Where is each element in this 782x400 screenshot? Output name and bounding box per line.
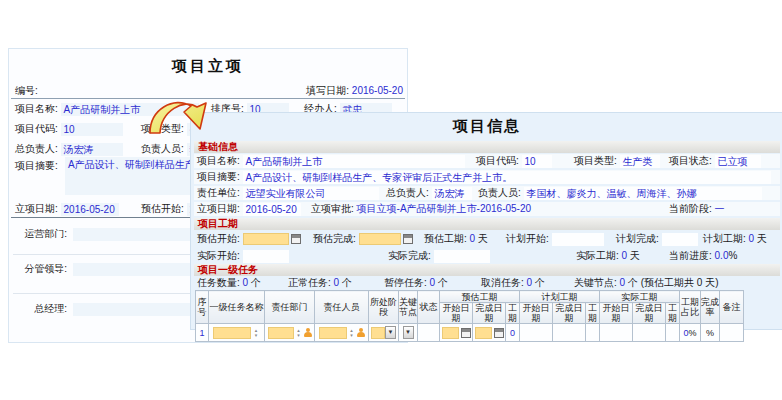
stat-count-num: 0	[243, 277, 249, 288]
stat-paused-num: 0	[430, 277, 436, 288]
table-row: 1 ▴▾ ▴▾ ▴▾ 0 0% %	[196, 324, 744, 342]
col-est-days: 工期	[506, 303, 520, 324]
col-act-start: 开始日期	[600, 303, 633, 324]
members-label: 负责人员:	[141, 143, 184, 154]
dropdown-icon[interactable]	[403, 326, 414, 339]
spinner-icon[interactable]: ▴▾	[348, 328, 356, 338]
person-picker-icon[interactable]	[357, 328, 365, 338]
info-type-field: 生产类	[620, 155, 660, 168]
chief-label: 总负责人:	[15, 143, 58, 154]
section-basic-info: 基础信息	[194, 141, 780, 153]
stat-paused-unit: 个	[438, 277, 448, 288]
approve-date-label: 立项日期:	[15, 203, 58, 214]
col-node: 关键节点	[399, 291, 418, 324]
stage-select[interactable]	[371, 327, 385, 339]
cell-plan-end	[553, 324, 586, 342]
screen: 项目立项 编号: 填写日期: 2016-05-20 项目名称: A产品研制并上市…	[0, 0, 782, 400]
task-table: 序号 一级任务名称 责任部门 责任人员 所处阶段 关键节点 状态 预估工期 计划…	[195, 290, 744, 342]
cell-act-start	[600, 324, 633, 342]
col-status: 状态	[418, 291, 440, 324]
cell-ratio: 0%	[680, 324, 701, 342]
col-est-end: 完成日期	[473, 303, 506, 324]
calendar-icon[interactable]	[403, 234, 413, 244]
stat-count-label: 任务数量:	[197, 277, 240, 288]
chief-field: 汤宏涛	[61, 143, 123, 156]
dur-plan-days-unit: 天	[757, 233, 767, 244]
info-chief-field: 汤宏涛	[432, 187, 472, 200]
col-group-est: 预估工期	[440, 291, 520, 303]
project-code-label: 项目代码:	[15, 123, 58, 134]
stat-keynodes-label: 关键节点:	[574, 277, 617, 288]
stat-keynodes-unit: 个 (预估工期共 0 天)	[628, 277, 719, 288]
info-members-label: 负责人员:	[478, 187, 521, 198]
stat-keynodes-num: 0	[620, 277, 626, 288]
col-dept: 责任部门	[265, 291, 315, 324]
info-status-field: 已立项	[715, 155, 761, 168]
dur-est-days-label: 预估工期:	[424, 233, 467, 244]
info-name-label: 项目名称:	[197, 155, 240, 166]
info-unit-label: 责任单位:	[197, 187, 240, 198]
info-unit-field: 远望实业有限公司	[243, 187, 379, 200]
dur-est-days-unit: 天	[478, 233, 488, 244]
dur-progress-unit: %	[728, 250, 737, 261]
cell-seq: 1	[196, 324, 209, 342]
col-person: 责任人员	[315, 291, 369, 324]
info-type-label: 项目类型:	[574, 155, 617, 166]
approve-date-field: 2016-05-20	[61, 203, 119, 216]
dropdown-icon[interactable]	[385, 326, 396, 339]
dur-plan-end-field	[662, 233, 698, 246]
cell-node	[399, 324, 418, 342]
est-end-date-input[interactable]	[475, 327, 492, 339]
col-seq: 序号	[196, 291, 209, 324]
cell-task-name: ▴▾	[209, 324, 265, 342]
col-group-plan: 计划工期	[520, 291, 600, 303]
dur-plan-start-field	[552, 233, 604, 246]
dur-act-start-label: 实际开始:	[197, 250, 240, 261]
stat-cancelled-label: 取消任务:	[481, 277, 524, 288]
left-window-title: 项目立项	[9, 57, 407, 76]
col-ratio: 工期占比	[680, 291, 701, 324]
dur-est-end-input[interactable]	[359, 233, 401, 245]
col-act-end: 完成日期	[633, 303, 666, 324]
info-approve-date-label: 立项日期:	[197, 203, 240, 214]
dur-act-start-field	[243, 250, 289, 263]
fill-date-label: 填写日期:	[306, 85, 349, 96]
col-note: 备注	[720, 291, 744, 324]
info-code-label: 项目代码:	[476, 155, 519, 166]
spinner-icon[interactable]: ▴▾	[252, 328, 260, 338]
vp-leader-label: 分管领导:	[24, 263, 67, 274]
calendar-icon[interactable]	[494, 328, 504, 338]
person-input[interactable]	[319, 327, 347, 339]
calendar-icon[interactable]	[291, 234, 301, 244]
dur-act-end-field	[434, 250, 490, 263]
right-window-title: 项目信息	[191, 117, 782, 136]
cell-plan-start	[520, 324, 553, 342]
info-approval-label: 立项审批:	[311, 203, 354, 214]
col-act-days: 工期	[666, 303, 680, 324]
flow-arrow-icon	[147, 94, 209, 136]
dept-picker-icon[interactable]	[304, 328, 312, 338]
stat-paused-label: 暂停任务:	[384, 277, 427, 288]
col-est-start: 开始日期	[440, 303, 473, 324]
est-start-date-input[interactable]	[442, 327, 459, 339]
dur-est-start-input[interactable]	[243, 233, 289, 245]
col-stage: 所处阶段	[369, 291, 399, 324]
cell-stage	[369, 324, 399, 342]
cell-note	[720, 324, 744, 342]
dur-act-days-unit: 天	[630, 250, 640, 261]
stat-cancelled-num: 0	[527, 277, 533, 288]
calendar-icon[interactable]	[461, 328, 471, 338]
info-stage-value: 一	[715, 203, 725, 214]
dur-plan-start-label: 计划开始:	[506, 233, 549, 244]
info-approval-link[interactable]: 项目立项-A产品研制并上市-2016-05-20	[357, 203, 531, 214]
fill-date-value: 2016-05-20	[352, 85, 403, 96]
info-approve-date-field: 2016-05-20	[243, 203, 301, 216]
task-name-input[interactable]	[213, 327, 251, 339]
dur-plan-days-label: 计划工期:	[703, 233, 746, 244]
cell-dept: ▴▾	[265, 324, 315, 342]
dur-act-days-value: 0	[622, 250, 628, 261]
info-status-label: 项目状态:	[669, 155, 712, 166]
dept-input[interactable]	[268, 327, 294, 339]
info-members-field: 李国材、廖炎力、温敏、周海洋、孙娜	[524, 187, 762, 200]
spinner-icon[interactable]: ▴▾	[295, 328, 303, 338]
